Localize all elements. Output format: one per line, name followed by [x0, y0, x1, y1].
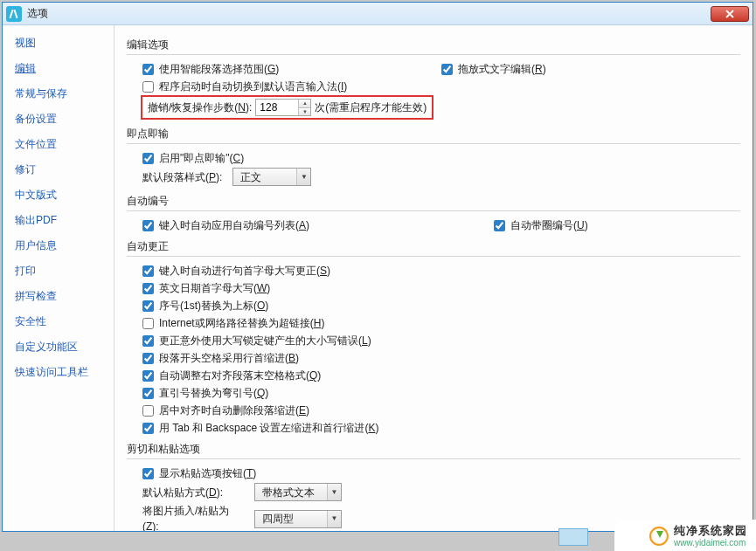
auto-correct-checkbox-9[interactable]: [142, 423, 154, 434]
show-paste-btn-checkbox[interactable]: [142, 468, 154, 479]
auto-correct-checkbox-7[interactable]: [142, 388, 154, 399]
auto-correct-checkbox-5[interactable]: [142, 353, 154, 364]
titlebar: 选项: [3, 3, 753, 25]
divider: [127, 143, 740, 144]
sidebar-item-user-info[interactable]: 用户信息: [3, 233, 114, 258]
default-paste-combo[interactable]: 带格式文本 ▼: [254, 483, 342, 501]
group-cut-paste-title: 剪切和粘贴选项: [127, 442, 740, 457]
sidebar-item-print[interactable]: 打印: [3, 258, 114, 284]
auto-correct-checkbox-3[interactable]: [142, 318, 154, 329]
auto-ime-checkbox[interactable]: [142, 81, 154, 93]
spinner-down-icon[interactable]: ▼: [299, 108, 310, 116]
auto-correct-checkbox-6[interactable]: [142, 370, 154, 382]
undo-steps-suffix: 次(需重启程序才能生效): [315, 100, 427, 115]
watermark: 纯净系统家园 www.yidaimei.com: [614, 520, 756, 551]
auto-correct-label-2: 序号(1st)替换为上标(O): [159, 298, 268, 313]
close-icon: [725, 10, 734, 18]
show-paste-btn-label: 显示粘贴选项按钮(T): [159, 465, 256, 481]
options-dialog: 选项 视图 编辑 常规与保存 备份设置 文件位置 修订 中文版式 输出PDF 用…: [2, 2, 753, 532]
auto-correct-row: 更正意外使用大写锁定键产生的大小写错误(L): [127, 332, 740, 349]
watermark-icon: [649, 527, 669, 546]
drag-edit-label: 拖放式文字编辑(R): [458, 61, 546, 77]
sidebar-item-revision[interactable]: 修订: [3, 157, 114, 183]
app-icon: [6, 6, 22, 22]
auto-correct-label-1: 英文日期首字母大写(W): [159, 280, 270, 296]
divider: [127, 256, 740, 257]
group-auto-correct-title: 自动更正: [127, 239, 740, 254]
auto-correct-row: 直引号替换为弯引号(Q): [127, 384, 740, 402]
spinner-up-icon[interactable]: ▲: [299, 100, 310, 108]
auto-correct-row: 自动调整右对齐段落末空格格式(Q): [127, 367, 740, 384]
sidebar-item-customize-ribbon[interactable]: 自定义功能区: [3, 334, 114, 360]
auto-correct-checkbox-0[interactable]: [142, 265, 154, 277]
default-paste-label: 默认粘贴方式(D):: [142, 485, 244, 500]
undo-steps-highlight: 撤销/恢复操作步数(N): ▲ ▼ 次(需重启程序才能生效): [141, 95, 433, 120]
sidebar-item-security[interactable]: 安全性: [3, 309, 114, 334]
divider: [127, 458, 740, 459]
undo-steps-spinner[interactable]: ▲ ▼: [255, 99, 311, 116]
watermark-line2: www.yidaimei.com: [674, 538, 747, 548]
auto-correct-row: Internet或网络路径替换为超链接(H): [127, 314, 740, 332]
decorative-rect: [558, 528, 588, 546]
chevron-down-icon[interactable]: ▼: [296, 169, 310, 185]
sidebar-item-chinese-layout[interactable]: 中文版式: [3, 183, 114, 208]
default-paste-value: 带格式文本: [255, 485, 327, 500]
sidebar-item-backup[interactable]: 备份设置: [3, 107, 114, 132]
auto-num-list-label: 键入时自动应用自动编号列表(A): [159, 217, 309, 233]
undo-steps-label: 撤销/恢复操作步数(N):: [148, 100, 252, 115]
auto-correct-label-5: 段落开头空格采用行首缩进(B): [159, 350, 299, 366]
auto-correct-label-4: 更正意外使用大写锁定键产生的大小写错误(L): [159, 333, 371, 348]
auto-correct-row: 用 Tab 和 Backspace 设置左缩进和首行缩进(K): [127, 419, 740, 437]
auto-correct-row: 键入时自动进行句首字母大写更正(S): [127, 262, 740, 279]
window-title: 选项: [27, 6, 711, 21]
divider: [127, 210, 740, 211]
chevron-down-icon[interactable]: ▼: [327, 511, 341, 527]
auto-correct-checkbox-4[interactable]: [142, 335, 154, 347]
auto-num-circle-label: 自动带圈编号(U): [510, 217, 588, 233]
smart-paragraph-checkbox[interactable]: [142, 64, 154, 75]
chevron-down-icon[interactable]: ▼: [327, 484, 341, 500]
auto-correct-label-6: 自动调整右对齐段落末空格格式(Q): [159, 368, 321, 383]
sidebar-item-quick-access[interactable]: 快速访问工具栏: [3, 360, 114, 385]
insert-pic-label: 将图片插入/粘贴为(Z):: [142, 503, 244, 531]
sidebar: 视图 编辑 常规与保存 备份设置 文件位置 修订 中文版式 输出PDF 用户信息…: [3, 25, 114, 531]
close-button[interactable]: [711, 6, 749, 22]
auto-ime-label: 程序启动时自动切换到默认语言输入法(I): [159, 79, 347, 94]
insert-pic-combo[interactable]: 四周型 ▼: [254, 510, 342, 528]
auto-num-circle-checkbox[interactable]: [494, 220, 505, 231]
auto-correct-checkbox-1[interactable]: [142, 283, 154, 294]
divider: [127, 54, 740, 55]
auto-correct-label-0: 键入时自动进行句首字母大写更正(S): [159, 263, 330, 279]
auto-correct-row: 英文日期首字母大写(W): [127, 279, 740, 297]
group-auto-num-title: 自动编号: [127, 194, 740, 209]
sidebar-item-view[interactable]: 视图: [3, 31, 114, 56]
auto-correct-label-9: 用 Tab 和 Backspace 设置左缩进和首行缩进(K): [159, 420, 378, 436]
group-click-type-title: 即点即输: [127, 127, 740, 141]
undo-steps-input[interactable]: [256, 100, 298, 115]
group-edit-title: 编辑选项: [127, 38, 740, 52]
sidebar-item-file-location[interactable]: 文件位置: [3, 132, 114, 157]
auto-correct-row: 居中对齐时自动删除段落缩进(E): [127, 402, 740, 419]
default-style-label: 默认段落样式(P):: [142, 169, 222, 185]
auto-correct-checkbox-8[interactable]: [142, 405, 154, 417]
sidebar-item-spellcheck[interactable]: 拼写检查: [3, 284, 114, 309]
click-type-enable-label: 启用"即点即输"(C): [159, 150, 244, 166]
sidebar-item-general-save[interactable]: 常规与保存: [3, 81, 114, 107]
auto-correct-label-3: Internet或网络路径替换为超链接(H): [159, 315, 324, 331]
auto-num-list-checkbox[interactable]: [142, 220, 154, 231]
click-type-enable-checkbox[interactable]: [142, 153, 154, 164]
auto-correct-label-7: 直引号替换为弯引号(Q): [159, 385, 268, 401]
insert-pic-value: 四周型: [255, 511, 327, 527]
default-style-combo[interactable]: 正文 ▼: [232, 168, 311, 186]
sidebar-item-edit[interactable]: 编辑: [3, 56, 114, 81]
sidebar-item-output-pdf[interactable]: 输出PDF: [3, 208, 114, 233]
content-pane: 编辑选项 使用智能段落选择范围(G) 程序启动时自动切换到默认语言输入法(I): [114, 25, 753, 531]
auto-correct-checkbox-2[interactable]: [142, 300, 154, 312]
watermark-line1: 纯净系统家园: [674, 525, 747, 538]
auto-correct-row: 段落开头空格采用行首缩进(B): [127, 349, 740, 367]
auto-correct-label-8: 居中对齐时自动删除段落缩进(E): [159, 403, 309, 418]
default-style-value: 正文: [233, 169, 296, 185]
auto-correct-row: 序号(1st)替换为上标(O): [127, 297, 740, 314]
smart-paragraph-label: 使用智能段落选择范围(G): [159, 61, 279, 77]
drag-edit-checkbox[interactable]: [441, 64, 453, 75]
